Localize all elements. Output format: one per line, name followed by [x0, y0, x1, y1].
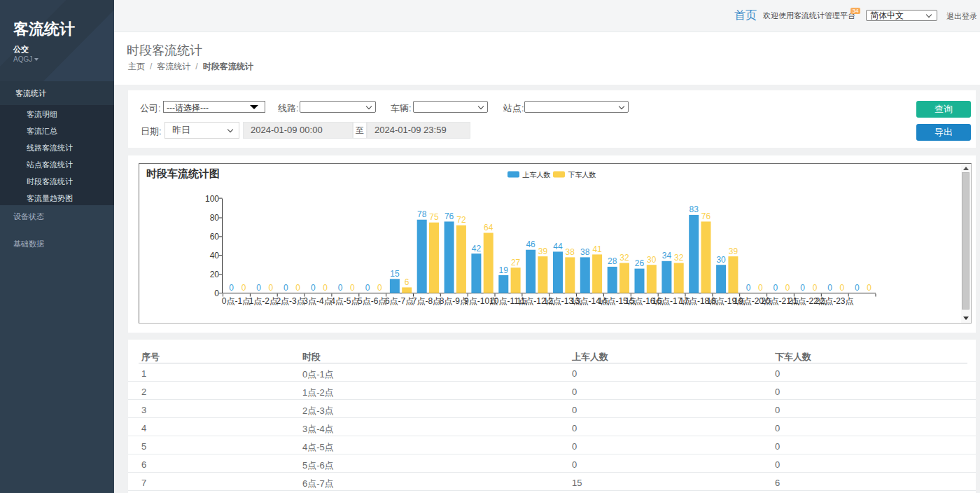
svg-text:6: 6	[405, 277, 410, 287]
svg-text:6点-7点: 6点-7点	[385, 296, 414, 306]
svg-text:39: 39	[729, 246, 738, 256]
svg-text:100: 100	[205, 194, 219, 204]
svg-text:0: 0	[284, 283, 288, 293]
svg-text:0: 0	[827, 283, 832, 293]
svg-text:下车人数: 下车人数	[568, 171, 596, 179]
svg-text:0: 0	[758, 283, 763, 293]
svg-text:32: 32	[620, 253, 629, 263]
svg-text:34: 34	[662, 251, 672, 261]
svg-text:0: 0	[746, 283, 751, 293]
svg-text:39: 39	[538, 246, 548, 256]
svg-text:0: 0	[855, 283, 860, 293]
svg-text:80: 80	[210, 213, 220, 223]
svg-text:76: 76	[444, 211, 454, 221]
svg-text:上车人数: 上车人数	[522, 171, 551, 179]
svg-text:30: 30	[647, 255, 657, 265]
svg-text:83: 83	[690, 204, 699, 214]
svg-text:28: 28	[608, 256, 617, 266]
svg-text:0: 0	[295, 283, 300, 293]
svg-text:44: 44	[553, 242, 563, 251]
svg-text:0: 0	[350, 283, 355, 293]
svg-text:78: 78	[417, 209, 427, 219]
svg-text:30: 30	[716, 255, 726, 265]
svg-text:0: 0	[800, 283, 805, 293]
svg-text:0: 0	[241, 283, 246, 293]
svg-text:0: 0	[323, 283, 328, 293]
svg-text:46: 46	[526, 239, 536, 249]
svg-text:26: 26	[635, 258, 645, 268]
svg-text:0: 0	[813, 283, 818, 293]
svg-text:0: 0	[229, 283, 234, 293]
svg-text:0: 0	[269, 283, 274, 293]
svg-text:0: 0	[839, 283, 844, 293]
svg-text:40: 40	[210, 251, 220, 261]
svg-text:0: 0	[338, 283, 343, 293]
svg-text:42: 42	[472, 244, 482, 254]
svg-text:7点-8点: 7点-8点	[412, 296, 441, 306]
svg-text:0: 0	[377, 283, 382, 293]
svg-text:0点-1点: 0点-1点	[222, 296, 251, 306]
svg-text:2点-3点: 2点-3点	[276, 296, 304, 306]
svg-text:1点-2点: 1点-2点	[249, 296, 278, 306]
svg-text:0: 0	[785, 283, 790, 293]
svg-text:15: 15	[390, 269, 400, 279]
svg-text:75: 75	[429, 212, 439, 222]
svg-text:27: 27	[511, 258, 521, 268]
svg-text:20: 20	[210, 270, 220, 279]
svg-text:76: 76	[701, 211, 711, 221]
svg-text:22点-23点: 22点-23点	[816, 296, 854, 306]
svg-text:3点-4点: 3点-4点	[303, 296, 332, 306]
svg-text:41: 41	[592, 244, 602, 254]
svg-text:38: 38	[566, 247, 575, 257]
svg-text:64: 64	[484, 223, 493, 232]
svg-text:60: 60	[210, 232, 220, 242]
svg-text:0: 0	[365, 283, 370, 293]
svg-text:0: 0	[256, 283, 261, 293]
svg-text:72: 72	[456, 215, 466, 225]
svg-text:32: 32	[674, 253, 684, 263]
svg-text:5点-6点: 5点-6点	[358, 296, 386, 306]
svg-text:0: 0	[214, 289, 219, 298]
svg-text:0: 0	[867, 283, 872, 293]
svg-text:0: 0	[311, 283, 316, 293]
svg-text:19: 19	[499, 265, 509, 275]
svg-text:0: 0	[773, 283, 778, 293]
svg-text:38: 38	[580, 247, 590, 257]
svg-text:4点-5点: 4点-5点	[330, 296, 359, 306]
